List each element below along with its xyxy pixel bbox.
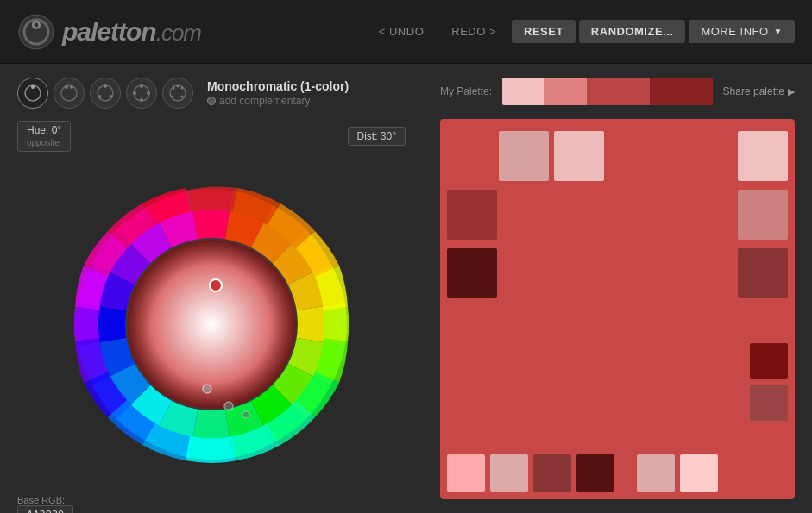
nav-buttons: < UNDO REDO > RESET RANDOMIZE... MORE IN… xyxy=(367,20,795,43)
logo-domain: .com xyxy=(156,20,201,46)
wheel-dot-secondary2[interactable] xyxy=(224,402,233,410)
swatch-top-1[interactable] xyxy=(499,131,549,181)
svg-point-22 xyxy=(181,96,184,98)
color-display-panel[interactable] xyxy=(440,119,795,499)
share-palette-button[interactable]: Share palette ▶ xyxy=(723,85,795,97)
mode-sub: add complementary xyxy=(207,95,349,107)
swatch-top-right[interactable] xyxy=(738,131,788,181)
logo-italic: paletton xyxy=(62,17,156,46)
swatch-bot-4[interactable] xyxy=(576,454,614,492)
svg-point-6 xyxy=(61,85,77,101)
svg-point-8 xyxy=(70,85,73,89)
wheel-dot-main[interactable] xyxy=(210,279,222,291)
mode-tetrad-button[interactable] xyxy=(126,78,157,109)
swatch-right-low1[interactable] xyxy=(738,248,788,298)
hue-label: Hue: 0° xyxy=(27,124,61,136)
dist-control[interactable]: Dist: 30° xyxy=(348,127,406,146)
mode-info: Monochromatic (1-color) add complementar… xyxy=(207,79,349,107)
svg-point-26 xyxy=(127,240,296,409)
wheel-dot-secondary3[interactable] xyxy=(242,411,249,418)
redo-button[interactable]: REDO > xyxy=(439,20,508,43)
mode-title: Monochromatic (1-color) xyxy=(207,79,349,93)
palette-preview xyxy=(502,78,713,105)
svg-point-10 xyxy=(104,84,107,88)
logo-area: paletton.com xyxy=(17,13,367,51)
svg-point-23 xyxy=(177,85,179,88)
logo-text: paletton.com xyxy=(62,17,201,47)
randomize-button[interactable]: RANDOMIZE... xyxy=(579,20,686,43)
swatch-bot-3[interactable] xyxy=(533,454,571,492)
svg-point-7 xyxy=(65,85,68,89)
swatch-bot-2[interactable] xyxy=(490,454,528,492)
svg-point-19 xyxy=(173,87,175,90)
swatch-left-low1[interactable] xyxy=(447,248,497,298)
reset-button[interactable]: RESET xyxy=(512,20,576,43)
palette-row: My Palette: Share palette ▶ xyxy=(440,78,795,105)
svg-point-17 xyxy=(133,91,136,95)
right-panel: My Palette: Share palette ▶ xyxy=(423,64,812,513)
mode-selector: Monochromatic (1-color) add complementar… xyxy=(17,78,406,109)
mode-freeform-button[interactable] xyxy=(162,78,193,109)
base-info: Base RGB: AA3939 Fine Tune... xyxy=(17,495,406,513)
svg-point-16 xyxy=(140,98,143,102)
swatch-bot-1[interactable] xyxy=(447,454,485,492)
mode-mono-button[interactable] xyxy=(17,78,48,109)
main-content: Monochromatic (1-color) add complementar… xyxy=(0,64,812,513)
more-info-button[interactable]: MORE INFO ▼ xyxy=(689,20,795,43)
left-panel: Monochromatic (1-color) add complementar… xyxy=(0,64,423,513)
share-arrow-icon: ▶ xyxy=(788,86,795,97)
wheel-dot-secondary1[interactable] xyxy=(203,385,211,393)
hue-control[interactable]: Hue: 0° opposite xyxy=(17,121,71,152)
more-info-label: MORE INFO xyxy=(701,25,768,38)
color-wheel[interactable] xyxy=(47,160,375,488)
dropdown-arrow-icon: ▼ xyxy=(774,27,783,36)
svg-point-5 xyxy=(31,85,35,89)
swatch-bot-5[interactable] xyxy=(637,454,675,492)
svg-point-11 xyxy=(98,95,102,98)
mode-adjacent-button[interactable] xyxy=(54,78,85,109)
mode-triad-button[interactable] xyxy=(90,78,121,109)
swatch-br-2[interactable] xyxy=(750,385,788,421)
base-rgb-label: Base RGB: xyxy=(17,495,73,505)
opposite-label: opposite xyxy=(27,138,60,147)
svg-point-14 xyxy=(140,84,143,88)
header: paletton.com < UNDO REDO > RESET RANDOMI… xyxy=(0,0,812,64)
share-label: Share palette xyxy=(723,85,784,97)
mode-sub-label: add complementary xyxy=(219,95,310,107)
base-rgb-value[interactable]: AA3939 xyxy=(17,505,73,513)
swatch-bot-6[interactable] xyxy=(680,454,718,492)
svg-point-12 xyxy=(110,95,113,98)
palette-label: My Palette: xyxy=(440,85,492,97)
svg-point-15 xyxy=(147,91,150,95)
svg-point-20 xyxy=(181,87,184,90)
svg-point-21 xyxy=(172,96,174,98)
dist-label: Dist: 30° xyxy=(357,130,396,142)
mode-sub-dot-icon xyxy=(207,97,216,105)
swatch-right-mid1[interactable] xyxy=(738,190,788,240)
swatch-left-mid1[interactable] xyxy=(447,190,497,240)
undo-button[interactable]: < UNDO xyxy=(367,20,436,43)
svg-point-3 xyxy=(35,22,39,27)
swatch-br-1[interactable] xyxy=(750,343,788,379)
logo-icon xyxy=(17,13,55,51)
color-wheel-svg xyxy=(47,160,375,488)
controls-row: Hue: 0° opposite Dist: 30° xyxy=(17,121,406,152)
base-rgb-group: Base RGB: AA3939 xyxy=(17,495,73,513)
swatch-top-2[interactable] xyxy=(554,131,604,181)
